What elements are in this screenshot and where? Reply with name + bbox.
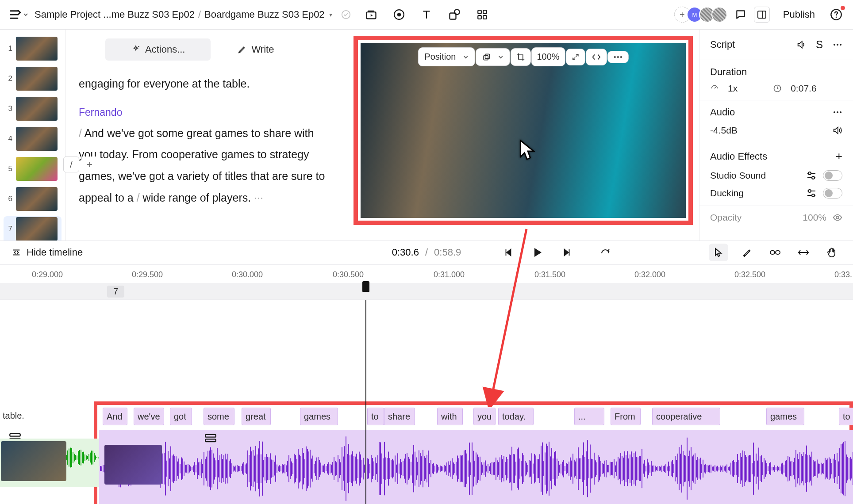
help-button[interactable]	[828, 7, 844, 23]
prev-clip[interactable]	[0, 439, 99, 487]
eye-icon[interactable]	[833, 214, 842, 221]
more-button[interactable]	[607, 51, 629, 63]
media-icon[interactable]	[365, 8, 377, 21]
svg-rect-646	[807, 455, 808, 482]
scene-thumb[interactable]: 5	[0, 156, 65, 186]
timeline-ruler[interactable]: 0:29.000 0:29.500 0:30.000 0:30.500 0:31…	[0, 264, 853, 283]
scene-thumb-selected[interactable]: 7	[4, 216, 61, 241]
word-chip[interactable]: From	[611, 408, 641, 425]
svg-rect-615	[766, 463, 767, 474]
hand-tool[interactable]	[822, 244, 841, 261]
track-rows-icon[interactable]	[204, 433, 217, 443]
text-icon[interactable]	[421, 9, 432, 20]
preview-canvas[interactable]: Position 100%	[361, 43, 686, 218]
shapes-icon[interactable]	[448, 8, 461, 21]
word-chip[interactable]: games	[766, 408, 804, 425]
word-chip[interactable]: ...	[574, 408, 604, 425]
word-chip[interactable]: we've	[134, 408, 164, 425]
slash-command-button[interactable]: /	[63, 157, 79, 172]
words-track[interactable]: Andwe'vegotsomegreatgamestosharewithyout…	[0, 408, 853, 425]
clip-chip[interactable]: 7	[107, 286, 124, 298]
waveform-track[interactable]	[0, 430, 853, 504]
add-block-button[interactable]: +	[81, 157, 97, 172]
speaker-icon[interactable]	[796, 40, 806, 50]
stretch-tool[interactable]	[794, 244, 813, 261]
svg-rect-460	[561, 464, 561, 473]
current-clip[interactable]	[99, 430, 853, 504]
svg-rect-441	[535, 455, 536, 482]
word-chip[interactable]: great	[242, 408, 271, 425]
more-icon[interactable]	[833, 43, 842, 46]
skip-forward-button[interactable]	[562, 248, 572, 257]
zoom-label[interactable]: 100%	[531, 47, 565, 66]
svg-rect-629	[785, 461, 786, 476]
hide-timeline-button[interactable]: Hide timeline	[12, 247, 83, 258]
audio-value[interactable]: -4.5dB	[710, 125, 738, 136]
ducking-toggle[interactable]	[823, 188, 842, 199]
word-chip[interactable]: games	[300, 408, 338, 425]
breadcrumb-project[interactable]: Sample Project ...me Buzz S03 Ep02	[35, 9, 195, 20]
breadcrumb-file[interactable]: Boardgame Buzz S03 Ep02	[204, 9, 325, 20]
add-effect-button[interactable]: +	[836, 149, 842, 163]
crop-button[interactable]	[511, 48, 531, 66]
select-tool[interactable]	[709, 244, 728, 261]
studio-sound-toggle[interactable]	[823, 170, 842, 181]
publish-button[interactable]: Publish	[775, 9, 823, 20]
word-chip[interactable]: to	[839, 408, 853, 425]
timeline[interactable]: table. Andwe'vegotsomegreatgamestosharew…	[0, 300, 853, 504]
loop-button[interactable]	[600, 248, 611, 257]
svg-rect-539	[665, 464, 666, 473]
flip-button[interactable]	[586, 49, 607, 65]
layer-dropdown[interactable]	[476, 48, 510, 66]
word-chip[interactable]: to	[367, 408, 384, 425]
record-icon[interactable]	[393, 9, 405, 20]
volume-icon[interactable]	[832, 126, 842, 135]
expand-button[interactable]	[566, 49, 585, 65]
word-chip[interactable]: cooperative	[652, 408, 720, 425]
opacity-value[interactable]: 100%	[803, 212, 826, 223]
transcript-body-tail[interactable]: wide range of players.	[143, 191, 251, 204]
avatar[interactable]	[711, 7, 727, 23]
svg-rect-618	[770, 462, 771, 475]
word-chip[interactable]: with	[437, 408, 463, 425]
svg-rect-406	[489, 466, 490, 471]
svg-rect-260	[295, 455, 296, 482]
actions-button[interactable]: Actions...	[105, 38, 211, 61]
playhead[interactable]	[365, 300, 366, 504]
word-chip[interactable]: And	[103, 408, 127, 425]
s-icon[interactable]: S	[816, 38, 823, 51]
skip-back-button[interactable]	[503, 248, 513, 257]
transcript-prev-line[interactable]: engaging for everyone at the table.	[79, 73, 334, 95]
apps-icon[interactable]	[476, 9, 488, 20]
svg-rect-335	[395, 455, 396, 481]
app-menu-button[interactable]	[9, 8, 28, 21]
chevron-down-icon[interactable]: ▾	[329, 11, 332, 18]
word-chip[interactable]: got	[170, 408, 192, 425]
word-chip[interactable]: today.	[498, 408, 534, 425]
sliders-icon[interactable]	[806, 171, 817, 180]
scene-thumb[interactable]: 6	[0, 186, 65, 216]
transcript-text[interactable]: engaging for everyone at the table. Fern…	[79, 73, 334, 209]
word-chip[interactable]: you	[473, 408, 496, 425]
position-dropdown[interactable]: Position	[418, 47, 475, 66]
play-button[interactable]	[533, 247, 542, 258]
more-icon[interactable]	[833, 111, 842, 114]
link-tool[interactable]	[765, 244, 785, 261]
scene-thumb[interactable]: 3	[0, 96, 65, 126]
write-button[interactable]: Write	[237, 38, 274, 61]
collaborators[interactable]: + M	[674, 7, 727, 23]
panel-toggle-icon[interactable]	[754, 7, 770, 23]
duration-value[interactable]: 0:07.6	[791, 83, 816, 94]
word-chip[interactable]: some	[204, 408, 234, 425]
scene-thumb[interactable]: 1	[0, 36, 65, 66]
sliders-icon[interactable]	[806, 189, 817, 198]
scene-thumb[interactable]: 4	[0, 126, 65, 156]
ellipsis-icon[interactable]: ···	[254, 191, 263, 204]
word-chip[interactable]: share	[384, 408, 415, 425]
speaker-label[interactable]: Fernando	[79, 103, 334, 122]
scene-thumb[interactable]: 2	[0, 66, 65, 96]
blade-tool[interactable]	[737, 244, 757, 261]
comments-icon[interactable]	[733, 7, 749, 23]
speed-value[interactable]: 1x	[728, 83, 738, 94]
duration-label: Duration	[710, 66, 842, 78]
